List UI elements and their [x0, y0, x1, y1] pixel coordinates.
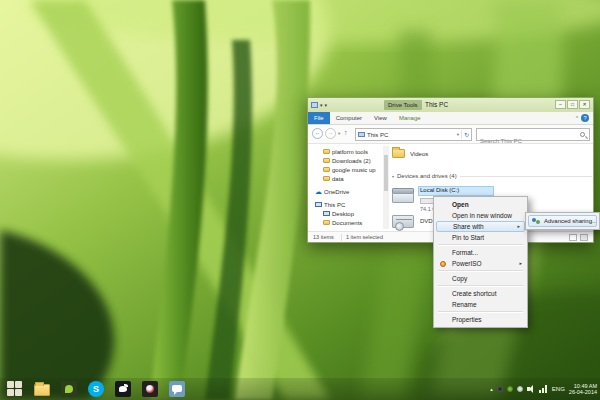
tray-app-icon[interactable]	[517, 386, 523, 392]
tab-file[interactable]: File	[308, 112, 330, 124]
details-view-button[interactable]	[569, 234, 577, 241]
dvd-drive-icon	[392, 215, 414, 228]
sidebar-scrollbar[interactable]	[383, 146, 389, 229]
items-count: 13 items	[313, 234, 334, 240]
group-collapse-icon[interactable]: ▾	[392, 174, 394, 179]
menu-separator	[438, 270, 523, 271]
ribbon-tab-bar: File Computer View Manage ^ ?	[308, 112, 593, 125]
title-bar[interactable]: ▾ ▾ Drive Tools This PC – □ ✕	[308, 98, 593, 112]
menu-item-share-with[interactable]: Share with ▸	[436, 221, 525, 232]
quick-access-toolbar: ▾ ▾	[311, 101, 327, 109]
close-button[interactable]: ✕	[579, 100, 590, 109]
share-with-submenu: Advanced sharing...	[525, 212, 600, 230]
file-explorer-icon[interactable]	[34, 384, 50, 396]
antivirus-tray-icon[interactable]	[507, 386, 513, 392]
menu-item-copy[interactable]: Copy	[435, 273, 526, 284]
folder-icon	[323, 149, 330, 154]
up-button[interactable]: ↑	[344, 129, 348, 136]
qat-customize-icon[interactable]: ▾	[325, 101, 328, 109]
advanced-sharing-icon	[532, 218, 541, 225]
sidebar-item-this-pc[interactable]: This PC	[308, 200, 383, 209]
onedrive-cloud-icon: ☁	[315, 189, 322, 194]
clock[interactable]: 10:49 AM 26-04-2014	[569, 383, 597, 396]
sidebar-item-google-music[interactable]: google music up	[308, 165, 383, 174]
sidebar-item-desktop[interactable]: Desktop	[308, 209, 383, 218]
location-icon	[358, 132, 365, 137]
submenu-arrow-icon: ▸	[517, 222, 520, 231]
menu-item-pin-to-start[interactable]: Pin to Start	[435, 232, 526, 243]
menu-item-advanced-sharing[interactable]: Advanced sharing...	[528, 215, 597, 227]
menu-separator	[438, 311, 523, 312]
tray-app-icon[interactable]	[497, 386, 503, 392]
contextual-tab-group: Drive Tools	[384, 100, 422, 110]
desktop-icon	[323, 211, 330, 216]
language-indicator[interactable]: ENG	[552, 386, 565, 392]
start-button[interactable]	[7, 381, 23, 397]
menu-item-format[interactable]: Format...	[435, 247, 526, 258]
show-hidden-icons-button[interactable]: ▴	[490, 386, 493, 392]
tab-view[interactable]: View	[368, 112, 393, 124]
address-location[interactable]: This PC	[367, 132, 455, 138]
address-dropdown-icon[interactable]: ▾	[457, 132, 459, 137]
taskbar: S ▴ ENG 10:49 AM 26-04-2014	[0, 378, 600, 400]
search-box[interactable]	[476, 128, 590, 141]
clock-date: 26-04-2014	[569, 389, 597, 395]
messaging-app-icon[interactable]	[169, 381, 185, 397]
sidebar-item-data[interactable]: data	[308, 174, 383, 183]
green-app-icon[interactable]	[61, 381, 77, 397]
menu-separator	[438, 244, 523, 245]
hard-drive-icon	[392, 188, 414, 203]
window-title: This PC	[425, 100, 448, 110]
sidebar-item-platform-tools[interactable]: platform tools	[308, 147, 383, 156]
dark-app-icon[interactable]	[142, 381, 158, 397]
menu-item-open-new-window[interactable]: Open in new window	[435, 210, 526, 221]
qat-dropdown-icon[interactable]: ▾	[320, 101, 323, 109]
clock-time: 10:49 AM	[574, 383, 597, 389]
maximize-button[interactable]: □	[567, 100, 578, 109]
desktop: ▾ ▾ Drive Tools This PC – □ ✕ File Compu…	[0, 0, 600, 400]
poweriso-icon	[440, 261, 446, 267]
tab-computer[interactable]: Computer	[330, 112, 368, 124]
refresh-icon[interactable]: ↻	[464, 131, 469, 138]
sidebar-item-onedrive[interactable]: ☁ OneDrive	[308, 187, 383, 196]
selection-count: 1 item selected	[346, 234, 383, 240]
documents-icon	[323, 220, 330, 225]
group-header-devices[interactable]: ▾ Devices and drives (4)	[392, 173, 592, 179]
tab-manage[interactable]: Manage	[393, 112, 427, 124]
volume-icon[interactable]	[527, 385, 535, 393]
back-button[interactable]: ←	[312, 128, 323, 139]
help-icon[interactable]: ?	[581, 114, 589, 122]
scrollbar-thumb[interactable]	[384, 155, 388, 191]
submenu-arrow-icon: ▸	[519, 258, 522, 269]
recent-locations-icon[interactable]: ▾	[338, 131, 340, 136]
folder-icon	[323, 167, 330, 172]
computer-icon	[315, 202, 322, 207]
menu-separator	[438, 285, 523, 286]
address-bar-row: ← → ▾ ↑ This PC ▾ ↻	[308, 125, 593, 144]
window-icon	[311, 102, 318, 108]
menu-item-poweriso[interactable]: PowerISO ▸	[435, 258, 526, 269]
menu-item-open[interactable]: Open	[435, 199, 526, 210]
sidebar-item-documents[interactable]: Documents	[308, 218, 383, 227]
menu-item-rename[interactable]: Rename	[435, 299, 526, 310]
skype-icon[interactable]: S	[88, 381, 104, 397]
network-icon[interactable]	[539, 385, 548, 393]
context-menu: Open Open in new window Share with ▸ Pin…	[433, 196, 528, 328]
menu-item-create-shortcut[interactable]: Create shortcut	[435, 288, 526, 299]
search-icon	[580, 132, 585, 137]
thumbnail-view-button[interactable]	[580, 234, 588, 241]
menu-item-properties[interactable]: Properties	[435, 314, 526, 325]
twitter-icon[interactable]	[115, 381, 131, 397]
system-tray: ▴ ENG 10:49 AM 26-04-2014	[490, 383, 600, 396]
folder-icon	[323, 158, 330, 163]
folder-icon	[323, 176, 330, 181]
navigation-pane: platform tools Downloads (2) google musi…	[308, 144, 383, 231]
sidebar-item-downloads[interactable]: Downloads (2)	[308, 156, 383, 165]
forward-button[interactable]: →	[325, 128, 336, 139]
folder-item-videos[interactable]: Videos	[392, 149, 428, 158]
address-bar[interactable]: This PC ▾ ↻	[355, 128, 472, 141]
ribbon-collapse-icon[interactable]: ^	[576, 115, 578, 121]
minimize-button[interactable]: –	[555, 100, 566, 109]
folder-icon	[392, 149, 405, 158]
